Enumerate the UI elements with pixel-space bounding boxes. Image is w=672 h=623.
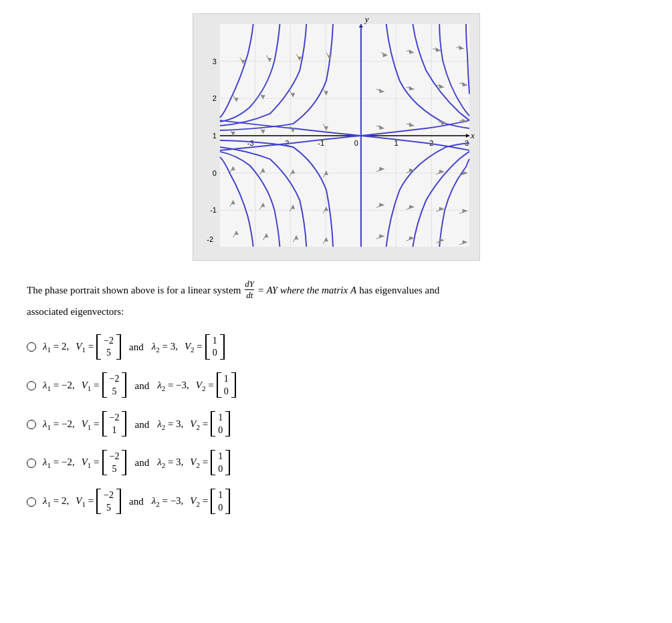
svg-text:-3: -3 (247, 139, 253, 147)
radio-button-3[interactable] (27, 420, 36, 429)
svg-text:3: 3 (212, 57, 216, 66)
lambda2-sym-4: 2 = 3, (157, 457, 183, 469)
page-container: y x -3 -2 -1 0 1 2 3 3 2 1 0 -1 -2 (27, 13, 645, 527)
v1-bot-1: 5 (104, 347, 114, 360)
v1-bot-5: 5 (104, 502, 114, 515)
v1-top-4: −2 (110, 451, 120, 463)
v2-top-1: 1 (213, 335, 217, 348)
v1-sym-2: 1 = (82, 380, 100, 392)
svg-text:-1: -1 (210, 206, 217, 214)
option-4-label: 1 = −2, 1 = −2 5 and 2 = 3, 2 = 1 (43, 450, 230, 477)
portrait-container: y x -3 -2 -1 0 1 2 3 3 2 1 0 -1 -2 (27, 13, 645, 261)
lambda1-sym-3: 1 = −2, (43, 418, 75, 431)
options-section: 1 = 2, 1 = −2 5 and 2 = 3, 2 = 1 (27, 334, 645, 527)
option-row-3: 1 = −2, 1 = −2 1 and 2 = 3, 2 = 1 (27, 411, 645, 438)
lambda2-sym-3: 2 = 3, (157, 418, 183, 431)
option-row-4: 1 = −2, 1 = −2 5 and 2 = 3, 2 = 1 (27, 450, 645, 477)
v1-top-5: −2 (104, 489, 114, 502)
svg-text:0: 0 (212, 169, 216, 177)
matrix-v1-opt4: −2 5 (102, 450, 127, 477)
and-3: and (134, 419, 149, 430)
v2-bot-3: 0 (218, 424, 223, 437)
v2-sym-1: 2 = (185, 341, 203, 354)
intro-text1: The phase portrait shown above is for a … (27, 282, 241, 298)
lambda2-sym-2: 2 = −3, (157, 380, 189, 392)
v1-sym-1: 1 = (76, 341, 94, 354)
svg-text:-2: -2 (207, 235, 213, 243)
matrix-v1-opt2: −2 5 (102, 372, 127, 399)
lambda1-sym-5: 1 = 2, (43, 495, 69, 508)
lambda2-sym-1: 2 = 3, (152, 341, 178, 354)
v1-top-2: −2 (110, 373, 120, 386)
v2-bot-4: 0 (218, 463, 223, 476)
matrix-v1-opt3: −2 1 (102, 411, 127, 438)
matrix-v2-opt2: 1 0 (217, 372, 236, 399)
option-3-label: 1 = −2, 1 = −2 1 and 2 = 3, 2 = 1 (43, 411, 230, 438)
lambda1-sym-2: 1 = −2, (43, 380, 75, 392)
v2-top-3: 1 (218, 412, 223, 424)
v2-top-4: 1 (218, 451, 223, 463)
v1-sym-5: 1 = (76, 495, 94, 508)
and-2: and (134, 380, 149, 392)
svg-text:y: y (363, 14, 368, 24)
v2-bot-2: 0 (224, 386, 229, 398)
and-1: and (129, 342, 144, 353)
intro-rest: has eigenvalues and (359, 282, 439, 298)
v1-top-3: −2 (110, 412, 120, 424)
matrix-v1-opt1: −2 5 (96, 334, 121, 361)
intro-line2: associated eigenvectors: (27, 303, 645, 320)
v1-bot-3: 1 (110, 424, 120, 437)
fraction-numerator: dY (245, 279, 254, 290)
radio-button-5[interactable] (27, 497, 36, 507)
svg-text:2: 2 (212, 94, 216, 102)
option-2-label: 1 = −2, 1 = −2 5 and 2 = −3, 2 = 1 (43, 372, 236, 399)
v2-top-2: 1 (224, 373, 229, 386)
matrix-v1-opt5: −2 5 (96, 489, 121, 515)
v2-sym-5: 2 = (190, 495, 208, 508)
lambda2-sym-5: 2 = −3, (152, 495, 184, 508)
intro-ay: AY where the matrix (267, 282, 348, 298)
option-row-2: 1 = −2, 1 = −2 5 and 2 = −3, 2 = 1 (27, 372, 645, 399)
v1-bot-4: 5 (110, 463, 120, 476)
v2-sym-3: 2 = (190, 418, 208, 431)
v2-bot-5: 0 (218, 502, 223, 515)
svg-text:x: x (469, 130, 474, 140)
phase-portrait: y x -3 -2 -1 0 1 2 3 3 2 1 0 -1 -2 (193, 13, 480, 261)
v2-bot-1: 0 (213, 347, 217, 360)
v1-sym-4: 1 = (82, 457, 100, 469)
radio-button-2[interactable] (27, 381, 36, 390)
intro-equals: = (258, 282, 263, 298)
v2-top-5: 1 (218, 489, 223, 502)
v2-sym-2: 2 = (196, 380, 214, 392)
v1-top-1: −2 (104, 335, 114, 348)
radio-button-1[interactable] (27, 342, 36, 352)
dy-dt-fraction: dY dt (245, 279, 254, 301)
matrix-v2-opt3: 1 0 (211, 411, 230, 438)
intro-a: A (350, 282, 356, 298)
option-1-label: 1 = 2, 1 = −2 5 and 2 = 3, 2 = 1 (43, 334, 225, 361)
option-row-5: 1 = 2, 1 = −2 5 and 2 = −3, 2 = 1 (27, 489, 645, 515)
radio-button-4[interactable] (27, 459, 36, 468)
option-5-label: 1 = 2, 1 = −2 5 and 2 = −3, 2 = 1 (43, 489, 230, 515)
fraction-denominator: dt (246, 290, 253, 300)
v1-bot-2: 5 (110, 386, 120, 398)
matrix-v2-opt1: 1 0 (205, 334, 225, 361)
svg-text:1: 1 (212, 132, 216, 140)
lambda1-sym-1: 1 = 2, (43, 341, 69, 354)
svg-text:0: 0 (354, 139, 358, 147)
and-5: and (129, 496, 144, 507)
matrix-v2-opt5: 1 0 (211, 489, 230, 515)
intro-text: The phase portrait shown above is for a … (27, 279, 645, 320)
v2-sym-4: 2 = (190, 457, 208, 469)
v1-sym-3: 1 = (82, 418, 100, 431)
option-row-1: 1 = 2, 1 = −2 5 and 2 = 3, 2 = 1 (27, 334, 645, 361)
matrix-v2-opt4: 1 0 (211, 450, 230, 477)
and-4: and (134, 457, 149, 469)
lambda1-sym-4: 1 = −2, (43, 457, 75, 469)
